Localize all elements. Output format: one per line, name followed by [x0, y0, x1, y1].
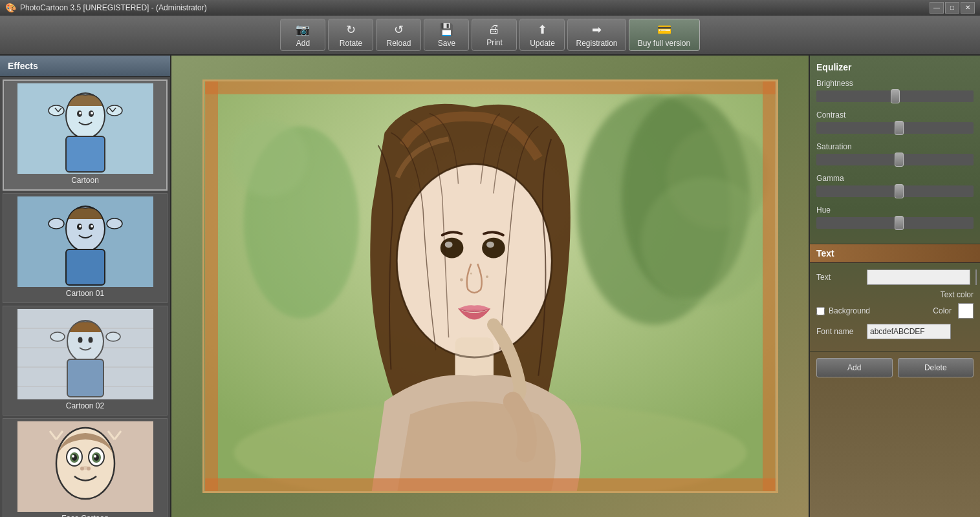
text-input[interactable] — [867, 269, 970, 285]
svg-point-4 — [107, 105, 122, 116]
svg-point-67 — [459, 279, 463, 282]
text-input-row: Text — [816, 269, 974, 285]
text-label: Text — [816, 273, 862, 282]
background-checkbox[interactable] — [816, 307, 825, 315]
canvas-scene — [204, 81, 776, 491]
title-bar-controls: — □ ✕ — [930, 2, 975, 14]
svg-point-65 — [444, 242, 452, 248]
svg-point-73 — [640, 178, 768, 306]
save-button[interactable]: 💾 Save — [424, 19, 469, 51]
saturation-row: Saturation — [816, 142, 974, 167]
add-label: Add — [296, 39, 310, 48]
rotate-button[interactable]: ↻ Rotate — [328, 19, 373, 51]
gamma-label: Gamma — [816, 174, 974, 183]
buy-icon: 💳 — [657, 23, 671, 37]
effect-item-face-cartoon[interactable]: Face Cartoon — [3, 418, 168, 517]
effect-item-cartoon01[interactable]: Cartoon 01 — [3, 193, 168, 303]
update-button[interactable]: ⬆ Update — [519, 19, 565, 51]
add-button[interactable]: 📷 Add — [280, 19, 325, 51]
text-color-swatch[interactable] — [975, 269, 977, 285]
buy-button[interactable]: 💳 Buy full version — [629, 19, 700, 51]
equalizer-section: Equlizer Brightness Contrast Saturation … — [810, 56, 980, 244]
print-label: Print — [486, 38, 503, 47]
background-label: Background — [829, 306, 870, 315]
font-name-row: Font name — [816, 324, 974, 339]
text-panel: Text Text color Background Color Font na… — [810, 263, 980, 352]
reload-label: Reload — [386, 39, 411, 48]
save-icon: 💾 — [439, 23, 453, 37]
update-label: Update — [530, 39, 555, 48]
svg-point-69 — [470, 273, 472, 275]
hue-slider[interactable] — [816, 217, 974, 229]
rotate-icon: ↻ — [346, 23, 356, 37]
app-title: PhotoCartoon 3.5 [UNREGISTERED] - (Admin… — [20, 3, 207, 12]
svg-point-71 — [230, 120, 307, 196]
font-name-input[interactable] — [867, 324, 951, 339]
contrast-label: Contrast — [816, 111, 974, 120]
saturation-slider[interactable] — [816, 154, 974, 165]
text-panel-title: Text — [816, 248, 974, 258]
reload-button[interactable]: ↺ Reload — [376, 19, 421, 51]
delete-text-button[interactable]: Delete — [898, 358, 974, 377]
rotate-label: Rotate — [340, 39, 362, 48]
color-label: Color — [933, 306, 952, 315]
cartoon-thumbnail-svg — [17, 83, 153, 174]
svg-point-7 — [79, 112, 82, 114]
save-label: Save — [438, 39, 455, 48]
cartoon02-thumbnail-svg — [17, 309, 153, 399]
effect-thumbnail-face-cartoon — [17, 421, 153, 512]
svg-point-31 — [106, 332, 120, 341]
canvas-area — [171, 56, 809, 517]
gamma-slider[interactable] — [816, 185, 974, 197]
buy-label: Buy full version — [638, 39, 690, 48]
title-bar: 🎨 PhotoCartoon 3.5 [UNREGISTERED] - (Adm… — [0, 0, 980, 16]
hue-label: Hue — [816, 206, 974, 215]
sidebar-header: Effects — [0, 56, 170, 77]
svg-rect-77 — [763, 81, 776, 491]
svg-rect-15 — [66, 249, 105, 285]
svg-point-61 — [397, 165, 551, 357]
svg-point-66 — [486, 242, 494, 248]
svg-point-32 — [78, 337, 82, 343]
saturation-label: Saturation — [816, 142, 974, 151]
svg-point-43 — [94, 455, 96, 458]
svg-point-45 — [80, 467, 84, 470]
cartoon01-thumbnail-svg — [17, 196, 153, 287]
reload-icon: ↺ — [394, 23, 404, 37]
print-icon: 🖨 — [488, 23, 500, 36]
main-canvas-svg — [204, 81, 776, 491]
background-row: Background Color — [816, 303, 974, 319]
text-color-label-row: Text color — [816, 290, 974, 299]
close-button[interactable]: ✕ — [961, 2, 975, 14]
svg-point-68 — [486, 275, 488, 278]
svg-point-64 — [482, 238, 505, 258]
registration-label: Registration — [576, 39, 617, 48]
title-bar-left: 🎨 PhotoCartoon 3.5 [UNREGISTERED] - (Adm… — [5, 3, 207, 13]
add-text-button[interactable]: Add — [816, 358, 893, 377]
svg-point-30 — [50, 332, 65, 341]
svg-point-33 — [88, 337, 93, 343]
font-name-label: Font name — [816, 327, 862, 336]
sidebar-content[interactable]: Cartoon — [0, 77, 170, 517]
maximize-button[interactable]: □ — [945, 2, 959, 14]
camera-icon: 📷 — [296, 23, 310, 37]
print-button[interactable]: 🖨 Print — [472, 19, 517, 51]
effect-item-cartoon02[interactable]: Cartoon 02 — [3, 306, 168, 416]
effect-label-cartoon02: Cartoon 02 — [66, 399, 104, 412]
svg-point-21 — [91, 225, 93, 227]
brightness-row: Brightness — [816, 79, 974, 104]
background-color-swatch[interactable] — [958, 303, 974, 319]
svg-rect-75 — [205, 478, 776, 491]
brightness-slider[interactable] — [816, 90, 974, 102]
effect-item-cartoon[interactable]: Cartoon — [3, 79, 168, 191]
registration-button[interactable]: ➡ Registration — [567, 19, 626, 51]
effect-label-cartoon01: Cartoon 01 — [66, 287, 104, 300]
contrast-slider[interactable] — [816, 122, 974, 134]
svg-point-20 — [79, 225, 82, 227]
svg-point-17 — [107, 218, 122, 229]
hue-row: Hue — [816, 206, 974, 231]
effect-thumbnail-cartoon01 — [17, 196, 153, 287]
minimize-button[interactable]: — — [930, 2, 944, 14]
effect-label-face-cartoon: Face Cartoon — [61, 512, 109, 517]
effect-thumbnail-cartoon — [17, 83, 153, 174]
